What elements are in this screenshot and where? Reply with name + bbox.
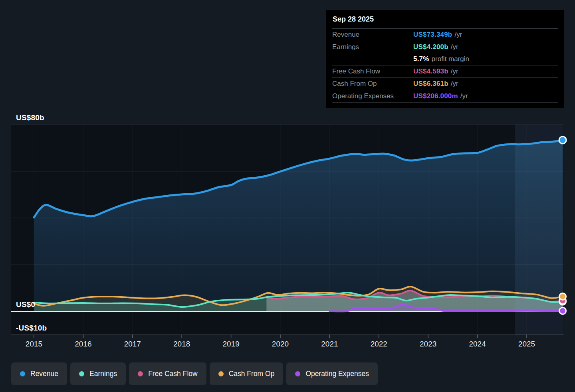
tooltip-unit: /yr [460,92,468,100]
free-cash-flow-legend-dot [138,371,143,376]
tooltip-label: Cash From Op [332,80,413,88]
x-axis-label: 2016 [67,340,99,348]
chart-tooltip: Sep 28 2025 Revenue US$73.349b /yr Earni… [326,10,564,108]
tooltip-value: US$6.361b [413,80,448,88]
x-axis-label: 2017 [117,340,149,348]
tooltip-value: US$73.349b [413,31,452,39]
tooltip-unit: /yr [451,67,458,75]
legend-item-earnings[interactable]: Earnings [70,362,126,385]
x-axis-label: 2015 [18,340,50,348]
tooltip-unit: /yr [451,80,458,88]
legend-item-revenue[interactable]: Revenue [11,362,67,385]
legend-item-cash-from-op[interactable]: Cash From Op [210,362,284,385]
operating_expenses-endpoint-marker[interactable] [559,307,566,314]
legend-label: Cash From Op [229,370,275,378]
legend-label: Earnings [89,370,117,378]
chart-legend: Revenue Earnings Free Cash Flow Cash Fro… [11,362,378,385]
stock-financials-chart: US$80bUS$0-US$10b 2015201620172018201920… [0,0,575,392]
y-axis-label: US$0 [16,300,35,309]
legend-label: Operating Expenses [305,370,369,378]
tooltip-row-revenue: Revenue US$73.349b /yr [332,28,558,41]
tooltip-label: Revenue [332,31,413,39]
profit-margin-value: 5.7% [413,55,429,63]
profit-margin-label: profit margin [432,55,469,63]
revenue-endpoint-marker[interactable] [559,137,566,144]
tooltip-unit: /yr [454,31,462,39]
x-axis-label: 2019 [215,340,247,348]
x-axis-label: 2020 [264,340,296,348]
legend-item-operating-expenses[interactable]: Operating Expenses [286,362,378,385]
operating-expenses-legend-dot [295,371,300,376]
tooltip-value: US$4.593b [413,67,448,75]
x-axis-label: 2022 [363,340,395,348]
tooltip-row-cash-from-op: Cash From Op US$6.361b /yr [332,77,558,90]
tooltip-value: US$4.200b [413,43,448,51]
tooltip-row-operating-expenses: Operating Expenses US$206.000m /yr [332,90,558,103]
x-axis-label: 2021 [313,340,345,348]
tooltip-label: Free Cash Flow [332,67,413,75]
y-axis-label: US$80b [16,113,44,122]
x-axis-label: 2018 [166,340,198,348]
tooltip-unit: /yr [451,43,458,51]
tooltip-value: US$206.000m [413,92,458,100]
tooltip-label: Earnings [332,43,413,51]
tooltip-row-earnings: Earnings US$4.200b /yr [332,41,558,53]
tooltip-date: Sep 28 2025 [332,10,558,28]
legend-item-free-cash-flow[interactable]: Free Cash Flow [129,362,206,385]
tooltip-row-free-cash-flow: Free Cash Flow US$4.593b /yr [332,65,558,77]
x-axis-label: 2024 [462,340,494,348]
revenue-legend-dot [20,371,25,376]
earnings-legend-dot [79,371,84,376]
x-axis-label: 2025 [511,340,543,348]
tooltip-row-profit-margin: 5.7% profit margin [332,53,558,65]
cash_from_op-endpoint-marker[interactable] [559,293,566,300]
ttm-highlight-band [515,125,563,335]
tooltip-label: Operating Expenses [332,92,413,100]
cash-from-op-legend-dot [218,371,224,376]
legend-label: Revenue [30,370,58,378]
x-axis-label: 2023 [412,340,444,348]
legend-label: Free Cash Flow [148,370,198,378]
y-axis-label: -US$10b [16,324,47,333]
